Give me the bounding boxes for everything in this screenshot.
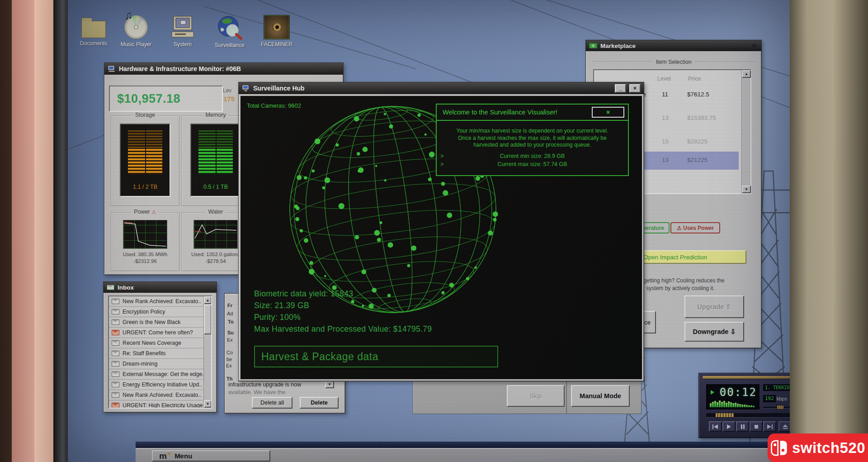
- envelope-icon: [112, 351, 119, 356]
- previous-track-button[interactable]: [709, 421, 722, 432]
- item-level: 15: [662, 138, 669, 145]
- envelope-icon: [112, 319, 119, 325]
- max-size: Current max size: 57.74 GB: [497, 161, 567, 167]
- scroll-up-button[interactable]: ▲: [742, 70, 751, 78]
- stop-button[interactable]: [750, 421, 763, 432]
- inbox-item[interactable]: Re: Staff Benefits: [109, 348, 211, 359]
- scroll-up-button[interactable]: ▲: [204, 296, 212, 304]
- inbox-item-label: URGENT: Come here often?: [123, 329, 193, 336]
- inbox-scrollbar[interactable]: ▲ ▼: [203, 296, 211, 408]
- globe-search-icon: [217, 15, 242, 40]
- mail-header-fragment: To: [228, 319, 234, 324]
- window-title: Inbox: [118, 284, 134, 291]
- mail-body-line1: infrastructure upgrade is now: [228, 381, 301, 388]
- inbox-item[interactable]: Encryption Policy: [109, 307, 211, 317]
- desktop-icon-music-player[interactable]: ♫ Music Player: [114, 15, 158, 48]
- power-group: Power⚠ Used: 380.35 MWh -$2312.96: [111, 212, 179, 271]
- memory-value: 0.5 / 1 TB: [191, 184, 240, 190]
- list-scrollbar[interactable]: ▲ ▼: [741, 70, 750, 193]
- uses-power-badge: ⚠ Uses Power: [670, 222, 720, 233]
- envelope-icon: [112, 340, 119, 346]
- inbox-item[interactable]: New Rank Achieved: Excavato..: [109, 296, 211, 307]
- harvest-stats: Biometric data yield: 15843 Size: 21.39 …: [254, 288, 432, 335]
- desktop-icon-documents[interactable]: Documents: [72, 15, 115, 47]
- play-indicator-icon: [711, 390, 714, 395]
- pause-button[interactable]: [736, 421, 749, 432]
- section-label: Item Selection: [652, 59, 694, 65]
- inbox-titlebar[interactable]: Inbox: [104, 282, 217, 293]
- desktop-icon-system[interactable]: System: [161, 15, 204, 48]
- scroll-down-button[interactable]: ▼: [204, 400, 212, 408]
- inbox-item[interactable]: Energy Efficiency Initiative Upd..: [109, 380, 211, 390]
- upgrade-button[interactable]: Upgrade ⇧: [684, 295, 744, 318]
- section-label-wrap: Item Selection: [586, 57, 761, 66]
- inbox-item[interactable]: Dream-mining: [109, 359, 211, 369]
- surveillance-hub-titlebar[interactable]: Surveillance Hub _ ×: [239, 82, 644, 94]
- mail-scroll-down-button[interactable]: ▼: [325, 381, 334, 388]
- menu-button[interactable]: m ✳ Menu: [152, 450, 270, 462]
- water-label: Water: [206, 209, 226, 215]
- dialog-text: Once a harvest reaches the max size, it …: [437, 135, 628, 142]
- inbox-item-urgent[interactable]: URGENT: Come here often?: [109, 328, 211, 338]
- seek-thumb[interactable]: [715, 413, 734, 418]
- mail-body-line2: available. We have the: [228, 389, 285, 395]
- folder-icon: [81, 21, 106, 38]
- inbox-item[interactable]: Green is the New Black: [109, 317, 211, 328]
- skip-button[interactable]: Skip: [507, 385, 565, 407]
- desktop-icon-surveillance[interactable]: Surveillance: [208, 15, 251, 48]
- inbox-item-label: Recent News Coverage: [123, 340, 181, 346]
- watermark-text: switch520: [792, 439, 865, 457]
- speaker-icon[interactable]: [751, 43, 758, 49]
- harvest-package-button[interactable]: Harvest & Package data: [254, 346, 498, 367]
- total-cameras: Total Cameras: 9602: [247, 102, 301, 109]
- track-title[interactable]: 1. TEKRIDER - WORKLIFE <3:48>: [763, 384, 790, 391]
- music-player-window: 00:12 1. TEKRIDER - WORKLIFE <3:48> 192 …: [698, 373, 790, 438]
- storage-gauge: 1.1 / 2 TB: [120, 124, 170, 197]
- inbox-item[interactable]: External Message: Get the edge..: [109, 369, 211, 380]
- min-size: Current min size: 28.9 GB: [500, 153, 565, 159]
- play-button[interactable]: [722, 421, 736, 432]
- desktop-icon-faceminer[interactable]: FACEMINER: [255, 15, 298, 48]
- hardware-monitor-titlebar[interactable]: Hardware & Infrastructure Monitor: #06B: [104, 63, 343, 75]
- next-track-button[interactable]: [763, 421, 776, 432]
- dialog-close-button[interactable]: ×: [592, 107, 624, 118]
- mail-header-fragment: Ad: [227, 311, 233, 316]
- bitrate-value: 192: [763, 395, 776, 402]
- bitrate-unit: kbps: [777, 396, 787, 401]
- icon-label: Music Player: [121, 41, 152, 48]
- os-logo-spark: ✳: [167, 451, 171, 457]
- harvest-size: Size: 21.39 GB: [254, 300, 432, 311]
- envelope-icon: [112, 372, 119, 377]
- manual-mode-button[interactable]: Manual Mode: [571, 385, 630, 407]
- inbox-item[interactable]: Recent News Coverage: [109, 338, 211, 348]
- minimize-button[interactable]: _: [615, 84, 626, 93]
- window-title: Surveillance Hub: [253, 85, 305, 92]
- close-button[interactable]: ×: [629, 84, 641, 93]
- item-level: 11: [662, 91, 668, 98]
- storage-group: Storage 1.1 / 2 TB: [111, 115, 179, 206]
- urgent-envelope-icon: [112, 403, 119, 408]
- max-harvest-value: Max Harvested and Processed Value: $1479…: [254, 323, 432, 335]
- inbox-item[interactable]: New Rank Achieved: Excavato..: [109, 390, 211, 400]
- level-value: 175: [223, 95, 235, 103]
- delete-button[interactable]: Delete: [300, 397, 339, 409]
- downgrade-button[interactable]: Downgrade ⇩: [684, 322, 744, 342]
- scroll-thumb[interactable]: [204, 305, 212, 334]
- inbox-item-label: Energy Efficiency Initiative Upd..: [123, 381, 202, 388]
- scroll-down-button[interactable]: ▼: [742, 186, 751, 193]
- inbox-item-urgent[interactable]: URGENT: High Electricity Usage: [109, 400, 211, 409]
- player-display: 00:12: [706, 384, 760, 410]
- seek-bar[interactable]: [706, 413, 790, 417]
- eject-button[interactable]: [778, 421, 790, 432]
- envelope-icon: [112, 382, 119, 387]
- delete-all-button[interactable]: Delete all: [252, 397, 292, 409]
- player-titlebar[interactable]: [703, 376, 790, 379]
- marketplace-titlebar[interactable]: Marketplace: [586, 40, 761, 51]
- surveillance-visualiser: Total Cameras: 9602 Welcome to the Surve…: [241, 96, 642, 379]
- inbox-item-label: URGENT: High Electricity Usage: [123, 402, 203, 409]
- open-impact-prediction-button[interactable]: Open Impact Prediction: [638, 250, 746, 264]
- volume-slider[interactable]: [763, 407, 790, 408]
- storage-value: 1.1 / 2 TB: [121, 184, 170, 190]
- mail-header-fragment: Ex: [227, 337, 233, 343]
- volume-slider-thumb[interactable]: [777, 405, 784, 410]
